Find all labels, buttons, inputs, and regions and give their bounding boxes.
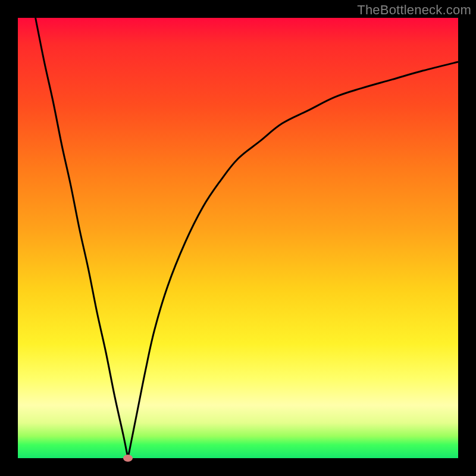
curve-path bbox=[36, 18, 458, 458]
plot-area bbox=[18, 18, 458, 458]
chart-frame: TheBottleneck.com bbox=[0, 0, 476, 476]
minimum-marker bbox=[123, 455, 133, 462]
bottleneck-curve bbox=[18, 18, 458, 458]
watermark-text: TheBottleneck.com bbox=[357, 2, 471, 18]
